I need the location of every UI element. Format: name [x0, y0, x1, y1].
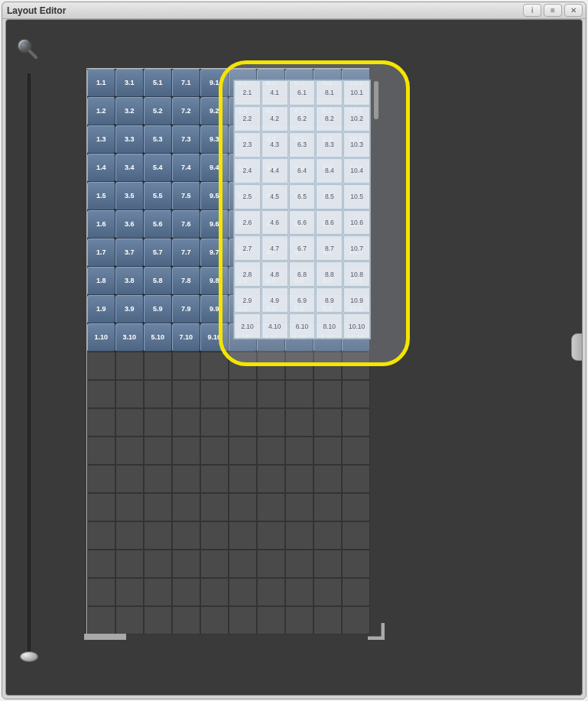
empty-cell[interactable] [342, 606, 370, 634]
empty-cell[interactable] [257, 493, 285, 521]
empty-cell[interactable] [144, 550, 172, 578]
grid-cell[interactable]: 1.9 [87, 295, 115, 323]
empty-cell[interactable] [87, 521, 115, 550]
empty-cell[interactable] [115, 521, 144, 550]
empty-cell[interactable] [172, 465, 200, 493]
preview-cell[interactable]: 6.2 [289, 106, 316, 131]
empty-cell[interactable] [342, 437, 370, 465]
empty-cell[interactable] [144, 437, 172, 465]
preview-cell[interactable]: 2.2 [234, 106, 261, 131]
preview-cell[interactable]: 6.10 [289, 313, 316, 339]
empty-cell[interactable] [313, 408, 342, 437]
grid-cell[interactable]: 5.3 [144, 125, 172, 154]
grid-cell[interactable]: 5.9 [144, 295, 172, 323]
info-button[interactable]: i [523, 4, 541, 17]
grid-cell[interactable]: 1.5 [87, 182, 115, 210]
grid-cell[interactable]: 9.8 [200, 267, 229, 295]
preview-cell[interactable]: 10.3 [343, 132, 370, 157]
preview-cell[interactable]: 8.1 [316, 80, 343, 105]
preview-cell[interactable]: 8.8 [316, 261, 343, 287]
grid-cell[interactable]: 3.6 [115, 210, 144, 239]
preview-cell[interactable]: 8.9 [316, 287, 343, 313]
empty-cell[interactable] [342, 521, 370, 550]
empty-cell[interactable] [257, 550, 285, 578]
preview-cell[interactable]: 6.9 [289, 287, 316, 313]
grid-cell[interactable]: 9.10 [200, 323, 229, 352]
zoom-slider-thumb[interactable] [20, 651, 38, 662]
empty-cell[interactable] [229, 493, 257, 521]
grid-cell[interactable]: 7.8 [172, 267, 200, 295]
grid-cell[interactable]: 7.4 [172, 154, 200, 182]
grid-cell[interactable]: 3.1 [115, 69, 144, 97]
preview-cell[interactable]: 8.3 [316, 132, 343, 157]
menu-button[interactable]: ≡ [544, 4, 562, 17]
empty-cell[interactable] [313, 521, 342, 550]
empty-cell[interactable] [285, 493, 313, 521]
preview-cell[interactable]: 2.10 [234, 313, 261, 339]
grid-cell[interactable]: 9.3 [200, 125, 229, 154]
preview-cell[interactable]: 10.8 [343, 261, 370, 287]
empty-cell[interactable] [200, 550, 229, 578]
empty-cell[interactable] [257, 465, 285, 493]
preview-cell[interactable]: 4.8 [262, 261, 288, 287]
empty-cell[interactable] [200, 493, 229, 521]
empty-cell[interactable] [144, 606, 172, 634]
empty-cell[interactable] [257, 578, 285, 606]
empty-cell[interactable] [87, 465, 115, 493]
preview-cell[interactable]: 8.5 [316, 184, 343, 209]
empty-cell[interactable] [87, 437, 115, 465]
preview-cell[interactable]: 2.3 [234, 132, 261, 157]
grid-cell[interactable]: 7.2 [172, 97, 200, 125]
grid-cell[interactable]: 7.1 [172, 69, 200, 97]
preview-cell[interactable]: 8.10 [316, 313, 343, 339]
empty-cell[interactable] [257, 352, 285, 380]
preview-cell[interactable]: 2.4 [234, 158, 261, 183]
empty-cell[interactable] [200, 521, 229, 550]
preview-cell[interactable]: 10.6 [343, 210, 370, 235]
grid-cell[interactable]: 5.7 [144, 239, 172, 267]
empty-cell[interactable] [313, 465, 342, 493]
empty-cell[interactable] [285, 352, 313, 380]
preview-cell[interactable]: 2.6 [234, 210, 261, 235]
empty-cell[interactable] [172, 606, 200, 634]
empty-cell[interactable] [87, 493, 115, 521]
grid-cell[interactable]: 7.5 [172, 182, 200, 210]
preview-cell[interactable]: 8.7 [316, 235, 343, 261]
empty-cell[interactable] [144, 493, 172, 521]
empty-cell[interactable] [87, 578, 115, 606]
empty-cell[interactable] [144, 465, 172, 493]
grid-cell[interactable]: 9.7 [200, 239, 229, 267]
grid-cell[interactable]: 3.7 [115, 239, 144, 267]
grid-cell[interactable]: 3.8 [115, 267, 144, 295]
grid-cell[interactable]: 1.8 [87, 267, 115, 295]
horizontal-resize-handle[interactable] [84, 634, 126, 640]
grid-cell[interactable]: 3.5 [115, 182, 144, 210]
grid-cell[interactable]: 9.1 [200, 69, 229, 97]
grid-cell[interactable]: 5.2 [144, 97, 172, 125]
empty-cell[interactable] [144, 408, 172, 437]
empty-cell[interactable] [144, 380, 172, 408]
preview-cell[interactable]: 10.1 [343, 80, 370, 105]
empty-cell[interactable] [87, 352, 115, 380]
grid-cell[interactable]: 5.1 [144, 69, 172, 97]
empty-cell[interactable] [200, 437, 229, 465]
empty-cell[interactable] [342, 352, 370, 380]
empty-cell[interactable] [172, 521, 200, 550]
empty-cell[interactable] [144, 352, 172, 380]
corner-resize-handle[interactable] [368, 623, 385, 640]
grid-cell[interactable]: 9.2 [200, 97, 229, 125]
grid-cell[interactable]: 7.9 [172, 295, 200, 323]
preview-cell[interactable]: 6.8 [289, 261, 316, 287]
empty-cell[interactable] [285, 408, 313, 437]
empty-cell[interactable] [285, 521, 313, 550]
preview-cell[interactable]: 2.1 [234, 80, 261, 105]
preview-cell[interactable]: 4.3 [262, 132, 288, 157]
empty-cell[interactable] [342, 465, 370, 493]
empty-cell[interactable] [172, 493, 200, 521]
preview-cell[interactable]: 4.2 [262, 106, 288, 131]
empty-cell[interactable] [229, 437, 257, 465]
empty-cell[interactable] [257, 437, 285, 465]
preview-cell[interactable]: 10.9 [343, 287, 370, 313]
empty-cell[interactable] [115, 465, 144, 493]
empty-cell[interactable] [229, 578, 257, 606]
